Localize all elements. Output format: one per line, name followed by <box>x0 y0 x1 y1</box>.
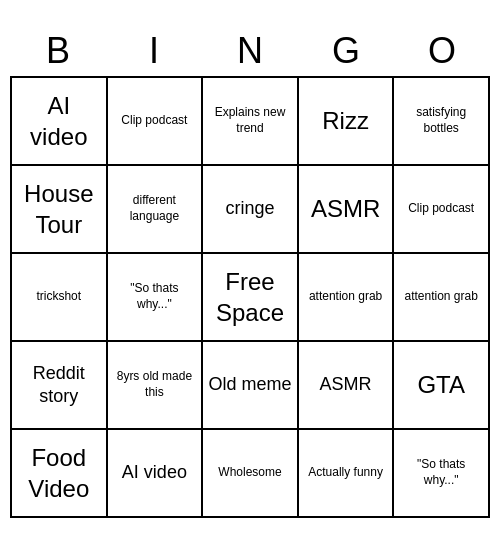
cell-3-3: ASMR <box>299 342 395 430</box>
cell-3-2: Old meme <box>203 342 299 430</box>
cell-4-2: Wholesome <box>203 430 299 518</box>
cell-3-1: 8yrs old made this <box>108 342 204 430</box>
cell-4-0: Food Video <box>12 430 108 518</box>
bingo-header: BINGO <box>10 26 490 76</box>
cell-0-2: Explains new trend <box>203 78 299 166</box>
cell-1-4: Clip podcast <box>394 166 490 254</box>
cell-4-4: "So thats why..." <box>394 430 490 518</box>
cell-4-3: Actually funny <box>299 430 395 518</box>
cell-1-1: different language <box>108 166 204 254</box>
header-letter: G <box>302 30 390 72</box>
bingo-grid: AI videoClip podcastExplains new trendRi… <box>10 76 490 518</box>
cell-2-3: attention grab <box>299 254 395 342</box>
cell-2-4: attention grab <box>394 254 490 342</box>
cell-1-0: House Tour <box>12 166 108 254</box>
cell-2-2: Free Space <box>203 254 299 342</box>
cell-4-1: AI video <box>108 430 204 518</box>
cell-0-3: Rizz <box>299 78 395 166</box>
header-letter: I <box>110 30 198 72</box>
cell-0-0: AI video <box>12 78 108 166</box>
header-letter: N <box>206 30 294 72</box>
cell-3-0: Reddit story <box>12 342 108 430</box>
bingo-card: BINGO AI videoClip podcastExplains new t… <box>10 26 490 518</box>
cell-0-1: Clip podcast <box>108 78 204 166</box>
cell-3-4: GTA <box>394 342 490 430</box>
cell-0-4: satisfying bottles <box>394 78 490 166</box>
cell-1-3: ASMR <box>299 166 395 254</box>
header-letter: O <box>398 30 486 72</box>
cell-2-1: "So thats why..." <box>108 254 204 342</box>
cell-2-0: trickshot <box>12 254 108 342</box>
cell-1-2: cringe <box>203 166 299 254</box>
header-letter: B <box>14 30 102 72</box>
